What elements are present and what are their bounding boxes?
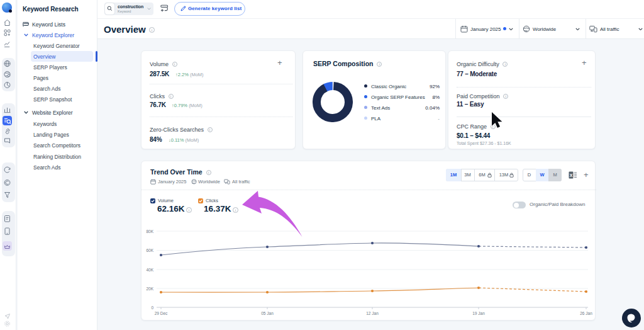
svg-text:26 Jan: 26 Jan — [580, 311, 592, 316]
svg-text:12 Jan: 12 Jan — [366, 311, 379, 316]
svg-text:80K: 80K — [146, 229, 153, 234]
svg-text:29 Dec: 29 Dec — [155, 311, 168, 316]
svg-text:0: 0 — [151, 305, 153, 310]
svg-text:20K: 20K — [146, 287, 153, 291]
svg-text:60K: 60K — [146, 248, 153, 253]
svg-text:05 Jan: 05 Jan — [261, 311, 274, 316]
svg-text:19 Jan: 19 Jan — [472, 311, 485, 316]
svg-text:40K: 40K — [146, 268, 153, 272]
